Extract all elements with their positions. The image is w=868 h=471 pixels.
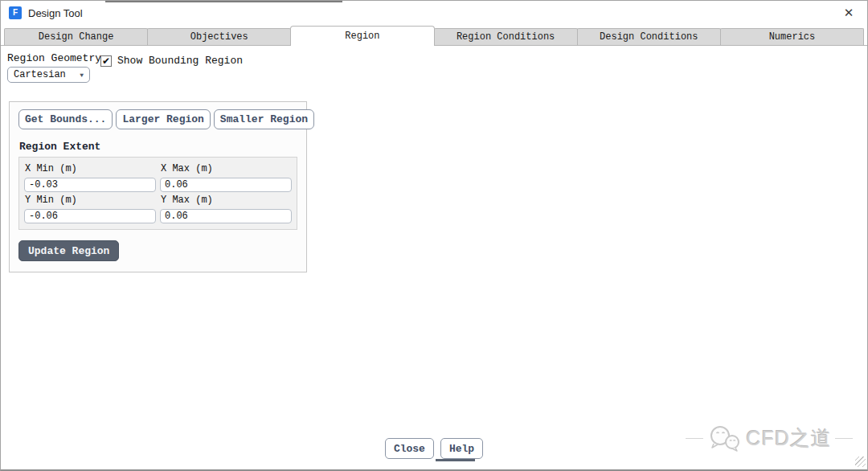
x-min-cell: X Min (m) — [24, 161, 156, 192]
tab-bar: Design Change Objectives Region Region C… — [1, 25, 867, 46]
watermark-text: CFD之道 — [747, 425, 832, 452]
y-min-cell: Y Min (m) — [24, 192, 156, 223]
title-bar[interactable]: F Design Tool ✕ — [1, 1, 867, 25]
geometry-selected-value: Cartesian — [14, 69, 80, 80]
background-window-sliver-bottom — [436, 459, 475, 461]
wechat-icon — [706, 424, 742, 452]
smaller-region-button[interactable]: Smaller Region — [214, 109, 314, 129]
tab-objectives[interactable]: Objectives — [147, 28, 291, 45]
x-max-label: X Max (m) — [161, 163, 292, 174]
y-max-cell: Y Max (m) — [160, 192, 292, 223]
tab-region-conditions[interactable]: Region Conditions — [434, 28, 578, 45]
help-button[interactable]: Help — [440, 438, 483, 459]
region-extent-title: Region Extent — [19, 141, 297, 153]
close-button[interactable]: Close — [385, 438, 434, 459]
design-tool-dialog: F Design Tool ✕ Design Change Objectives… — [0, 0, 868, 471]
x-min-field[interactable] — [24, 178, 156, 192]
chevron-down-icon: ▼ — [80, 72, 84, 79]
show-bounding-label: Show Bounding Region — [117, 55, 243, 67]
tab-design-change[interactable]: Design Change — [4, 28, 148, 45]
update-region-button[interactable]: Update Region — [18, 240, 119, 261]
region-extent-panel: X Min (m) X Max (m) Y Min (m) Y Max (m) — [18, 157, 297, 230]
y-min-label: Y Min (m) — [25, 195, 156, 206]
region-tab-panel: Region Geometry Cartesian ▼ ✔ Show Bound… — [1, 47, 867, 469]
background-window-sliver-top — [105, 1, 342, 2]
get-bounds-button[interactable]: Get Bounds... — [18, 109, 113, 129]
tab-design-conditions[interactable]: Design Conditions — [577, 28, 721, 45]
region-groupbox: Get Bounds... Larger Region Smaller Regi… — [9, 101, 307, 272]
x-min-label: X Min (m) — [25, 163, 156, 174]
larger-region-button[interactable]: Larger Region — [116, 109, 210, 129]
show-bounding-checkbox[interactable]: ✔ — [100, 55, 112, 67]
show-bounding-region-toggle[interactable]: ✔ Show Bounding Region — [100, 55, 243, 67]
window-title: Design Tool — [28, 7, 83, 19]
y-max-field[interactable] — [160, 209, 292, 223]
x-max-cell: X Max (m) — [160, 161, 292, 192]
region-geometry-label: Region Geometry — [7, 52, 101, 64]
region-button-row: Get Bounds... Larger Region Smaller Regi… — [18, 109, 297, 129]
resize-grip[interactable] — [855, 457, 866, 467]
tab-numerics[interactable]: Numerics — [720, 28, 864, 45]
geometry-select[interactable]: Cartesian ▼ — [7, 67, 90, 83]
close-icon[interactable]: ✕ — [841, 6, 856, 20]
app-icon: F — [9, 6, 22, 19]
watermark: CFD之道 — [686, 424, 853, 452]
tab-region[interactable]: Region — [290, 26, 434, 46]
y-max-label: Y Max (m) — [161, 195, 292, 206]
y-min-field[interactable] — [24, 209, 156, 223]
x-max-field[interactable] — [160, 178, 292, 192]
